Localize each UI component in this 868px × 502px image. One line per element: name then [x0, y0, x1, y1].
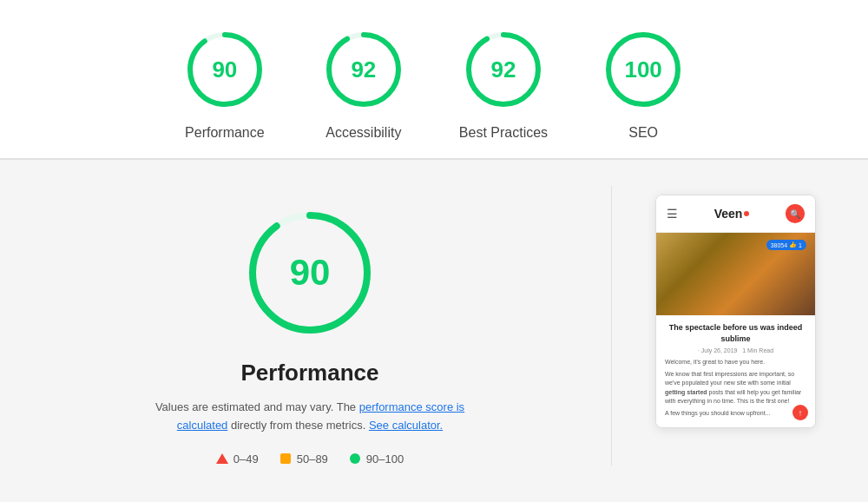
body-part3: A few things you should know upfront...	[665, 409, 806, 419]
square-icon	[279, 452, 292, 465]
legend-medium-range: 50–89	[297, 452, 328, 466]
body-part1: We know that first impressions are impor…	[665, 371, 794, 386]
legend-low: 0–49	[216, 452, 259, 466]
detail-section: 90 Performance Values are estimated and …	[0, 160, 868, 492]
score-legend: 0–49 50–89 90–100	[216, 452, 404, 466]
like-badge: 38054 👍 1	[766, 240, 806, 250]
phone-hero-image: 38054 👍 1	[656, 233, 815, 315]
fab-button[interactable]: ↑	[792, 405, 808, 420]
detail-title: Performance	[241, 360, 379, 386]
score-summary: 90 Performance 92 Accessibility 92 Best …	[0, 0, 868, 159]
title-dot	[744, 211, 749, 216]
score-value-seo: 100	[624, 56, 661, 83]
legend-high: 90–100	[349, 452, 404, 466]
score-item-accessibility: 92 Accessibility	[320, 26, 407, 141]
circle-best-practices: 92	[460, 26, 547, 113]
phone-preview: ☰ Veen 🔍 38054 👍 1 The spectacle before …	[655, 195, 816, 428]
score-label-best-practices: Best Practices	[459, 125, 548, 141]
large-score-circle: 90	[240, 203, 379, 342]
detail-description: Values are estimated and may vary. The p…	[145, 399, 475, 435]
legend-low-range: 0–49	[233, 452, 259, 466]
description-mid: directly from these metrics.	[231, 419, 365, 432]
phone-header: ☰ Veen 🔍	[656, 195, 815, 233]
article-intro: Welcome, it's great to have you here.	[665, 358, 806, 367]
triangle-icon	[216, 452, 228, 465]
score-value-best-practices: 92	[491, 56, 516, 83]
article-meta: · July 26, 2019 1 Min Read	[665, 347, 806, 353]
score-label-performance: Performance	[185, 125, 265, 141]
circle-accessibility: 92	[320, 26, 407, 113]
phone-title: Veen	[714, 207, 750, 221]
calculator-link[interactable]: See calculator.	[369, 419, 443, 432]
article-title: The spectacle before us was indeed subli…	[665, 322, 806, 344]
score-label-seo: SEO	[628, 125, 658, 141]
legend-medium: 50–89	[279, 452, 328, 466]
vertical-divider	[611, 186, 612, 466]
like-icon: 👍	[789, 241, 797, 248]
hamburger-icon: ☰	[667, 207, 678, 221]
article-date: · July 26, 2019	[698, 347, 738, 353]
phone-body: 38054 👍 1 The spectacle before us was in…	[656, 233, 815, 427]
circle-icon	[349, 452, 361, 465]
score-item-performance: 90 Performance	[181, 26, 268, 141]
article-read: 1 Min Read	[742, 347, 773, 353]
article-body: We know that first impressions are impor…	[665, 370, 806, 406]
legend-high-range: 90–100	[366, 452, 404, 466]
circle-seo: 100	[600, 26, 687, 113]
like-count: 38054	[771, 242, 787, 248]
body-bold: getting started	[665, 389, 707, 395]
score-item-seo: 100 SEO	[600, 26, 687, 141]
phone-search-button[interactable]: 🔍	[786, 204, 805, 223]
phone-content: The spectacle before us was indeed subli…	[656, 315, 815, 427]
performance-detail: 90 Performance Values are estimated and …	[52, 186, 568, 466]
score-item-best-practices: 92 Best Practices	[459, 26, 548, 141]
score-value-accessibility: 92	[351, 56, 376, 83]
score-label-accessibility: Accessibility	[326, 125, 401, 141]
description-plain: Values are estimated and may vary. The	[155, 400, 356, 413]
score-value-performance: 90	[212, 56, 237, 83]
circle-performance: 90	[181, 26, 268, 113]
large-score-value: 90	[290, 252, 331, 294]
